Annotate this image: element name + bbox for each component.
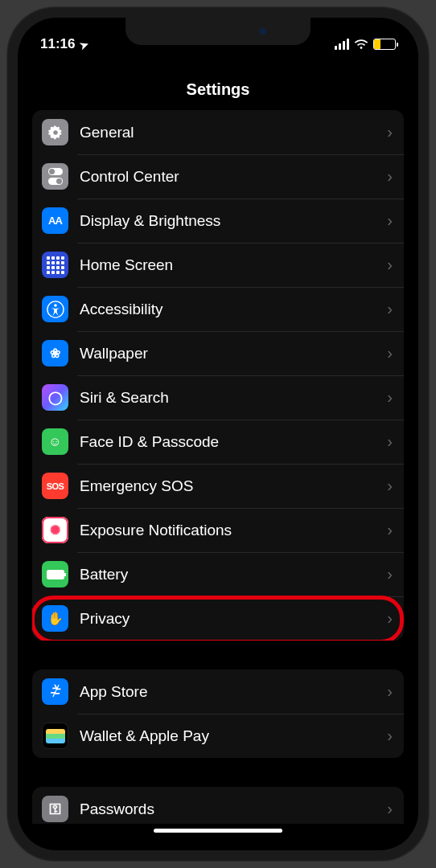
- row-label: Siri & Search: [80, 389, 387, 407]
- chevron-right-icon: ›: [387, 682, 393, 701]
- cellular-signal-icon: [335, 39, 349, 50]
- settings-row-home-screen[interactable]: Home Screen›: [32, 243, 404, 287]
- wallet-icon: [42, 723, 68, 749]
- row-label: Exposure Notifications: [80, 522, 387, 539]
- row-label: Wallpaper: [80, 345, 387, 362]
- row-label: Emergency SOS: [80, 477, 387, 495]
- chevron-right-icon: ›: [387, 432, 393, 451]
- location-icon: ➤: [78, 37, 90, 51]
- chevron-right-icon: ›: [387, 211, 393, 230]
- faceid-icon: ☺: [42, 428, 68, 455]
- home-indicator[interactable]: [154, 829, 282, 833]
- chevron-right-icon: ›: [387, 256, 393, 274]
- battery-icon: [373, 39, 396, 50]
- settings-row-emergency-sos[interactable]: SOSEmergency SOS›: [32, 464, 404, 508]
- chevron-right-icon: ›: [387, 300, 393, 318]
- settings-group: ⚿Passwords›: [32, 787, 404, 824]
- accessibility-icon: [42, 296, 68, 322]
- appstore-icon: [42, 678, 68, 705]
- chevron-right-icon: ›: [387, 727, 393, 745]
- row-label: Display & Brightness: [80, 212, 387, 230]
- row-label: Home Screen: [80, 256, 387, 274]
- row-label: Face ID & Passcode: [80, 433, 387, 451]
- svg-point-1: [54, 304, 57, 307]
- chevron-right-icon: ›: [387, 344, 393, 362]
- exposure-icon: ✺: [42, 517, 68, 543]
- nav-header: Settings: [18, 59, 418, 110]
- row-label: General: [80, 124, 387, 141]
- settings-row-general[interactable]: General›: [32, 110, 404, 154]
- phone-frame: 11:16 ➤ Settings General›Control Center›…: [6, 6, 430, 862]
- key-icon: ⚿: [42, 796, 68, 822]
- page-title: Settings: [18, 80, 418, 99]
- notch: [125, 18, 311, 45]
- settings-row-face-id-passcode[interactable]: ☺Face ID & Passcode›: [32, 420, 404, 464]
- settings-list[interactable]: General›Control Center›AADisplay & Brigh…: [18, 110, 418, 824]
- gear-icon: [42, 119, 68, 145]
- settings-row-app-store[interactable]: App Store›: [32, 669, 404, 714]
- siri-icon: ◯: [42, 384, 68, 411]
- settings-row-wallpaper[interactable]: ❀Wallpaper›: [32, 331, 404, 375]
- row-label: Passwords: [80, 800, 387, 818]
- sos-icon: SOS: [42, 473, 68, 499]
- chevron-right-icon: ›: [387, 565, 393, 583]
- row-label: Wallet & Apple Pay: [80, 727, 387, 745]
- grid-icon: [42, 252, 68, 278]
- chevron-right-icon: ›: [387, 167, 393, 186]
- text-size-icon: AA: [42, 207, 68, 234]
- settings-row-exposure-notifications[interactable]: ✺Exposure Notifications›: [32, 508, 404, 552]
- settings-row-privacy[interactable]: ✋Privacy›: [32, 596, 404, 641]
- hand-icon: ✋: [42, 605, 68, 632]
- settings-row-display-brightness[interactable]: AADisplay & Brightness›: [32, 199, 404, 243]
- settings-row-passwords[interactable]: ⚿Passwords›: [32, 787, 404, 824]
- wifi-icon: [354, 39, 368, 50]
- row-label: Battery: [80, 566, 387, 583]
- switches-icon: [42, 163, 68, 190]
- flower-icon: ❀: [42, 340, 68, 366]
- battery-icon: [42, 561, 68, 588]
- row-label: Privacy: [80, 610, 387, 628]
- chevron-right-icon: ›: [387, 477, 393, 495]
- settings-row-control-center[interactable]: Control Center›: [32, 154, 404, 199]
- settings-group: General›Control Center›AADisplay & Brigh…: [32, 110, 404, 641]
- settings-row-battery[interactable]: Battery›: [32, 552, 404, 596]
- chevron-right-icon: ›: [387, 609, 393, 628]
- row-label: Accessibility: [80, 301, 387, 318]
- settings-group: App Store›Wallet & Apple Pay›: [32, 669, 404, 758]
- row-label: App Store: [80, 683, 387, 701]
- screen: 11:16 ➤ Settings General›Control Center›…: [18, 18, 418, 850]
- row-label: Control Center: [80, 168, 387, 186]
- settings-row-accessibility[interactable]: Accessibility›: [32, 287, 404, 331]
- chevron-right-icon: ›: [387, 388, 393, 407]
- chevron-right-icon: ›: [387, 123, 393, 141]
- settings-row-siri-search[interactable]: ◯Siri & Search›: [32, 375, 404, 420]
- settings-row-wallet-apple-pay[interactable]: Wallet & Apple Pay›: [32, 714, 404, 758]
- clock: 11:16: [40, 36, 75, 52]
- chevron-right-icon: ›: [387, 521, 393, 539]
- chevron-right-icon: ›: [387, 800, 393, 818]
